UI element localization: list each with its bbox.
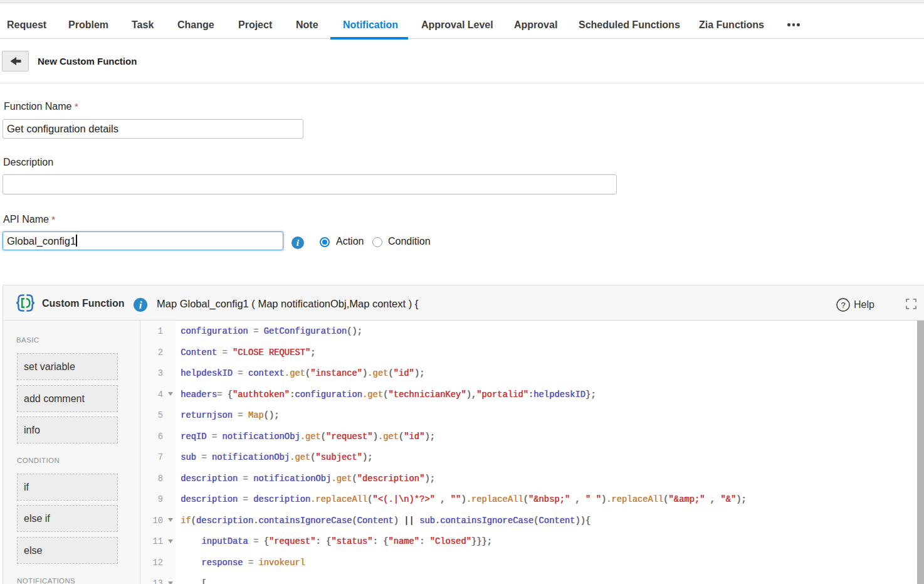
svg-text:i: i (297, 237, 300, 248)
svg-text:i: i (139, 299, 142, 311)
svg-text:?: ? (841, 300, 845, 310)
